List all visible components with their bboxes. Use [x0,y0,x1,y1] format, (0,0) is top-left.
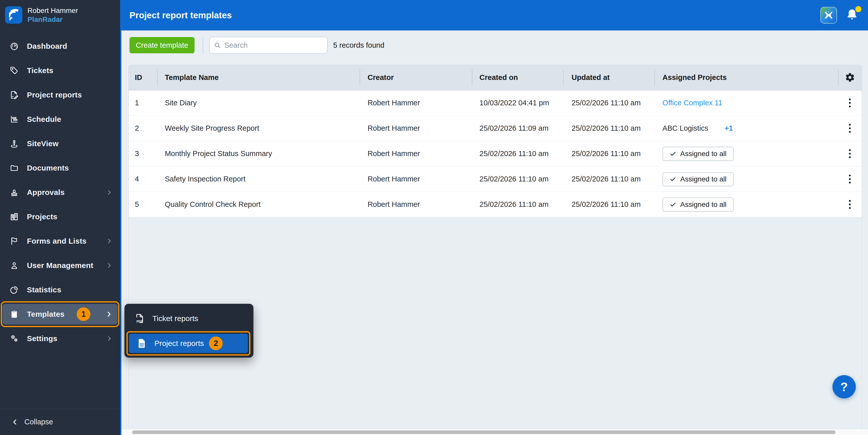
horizontal-scrollbar [121,429,868,435]
assigned-project-link[interactable]: Office Complex 11 [662,99,722,107]
sidebar-item-label: User Management [27,261,93,270]
ai-assistant-button[interactable] [820,7,837,24]
sidebar-item-user-management[interactable]: User Management [3,253,118,278]
sidebar-item-project-reports[interactable]: Project reports [3,83,118,107]
sidebar-item-schedule[interactable]: Schedule [3,107,118,131]
search-input[interactable] [224,41,323,49]
sidebar-item-label: Documents [27,164,69,172]
row-menu-kebab-icon[interactable] [844,120,855,136]
row-menu-kebab-icon[interactable] [844,146,855,162]
sidebar-item-documents[interactable]: Documents [3,156,118,180]
planradar-logo [5,6,22,24]
table-row[interactable]: 4 Safety Inspection Report Robert Hammer… [129,166,862,192]
sidebar-item-label: Settings [27,334,57,343]
sidebar-item-label: Tickets [27,66,53,75]
step-badge-2: 2 [209,337,223,350]
toolbar-divider [203,37,203,53]
table-header-row: ID Template Name Creator Created on Upda… [129,65,862,90]
column-header-creator[interactable]: Creator [360,65,472,90]
cell-assigned-projects: Assigned to all [654,172,838,186]
sidebar-item-siteview[interactable]: SiteView [3,131,118,156]
annotation-ring-step2: Project reports 2 [126,331,250,356]
table-settings-gear-icon[interactable] [842,70,858,85]
templates-table: ID Template Name Creator Created on Upda… [128,65,862,429]
assigned-projects-more-link[interactable]: +1 [724,124,733,132]
cell-created-on: 25/02/2026 11:10 am [472,149,563,158]
cell-template-name: Site Diary [157,99,360,107]
row-menu-kebab-icon[interactable] [844,196,855,212]
settings-icon [9,333,20,344]
pdf-file-icon: PDF [133,313,145,324]
row-menu-kebab-icon[interactable] [844,95,855,111]
flyout-item-ticket-reports[interactable]: PDF Ticket reports [133,309,247,328]
cell-id: 1 [129,99,157,107]
column-divider [563,70,564,85]
sidebar: Robert Hammer PlanRadar Dashboard Ticket… [0,0,120,435]
sidebar-item-label: Project reports [27,91,82,99]
sidebar-item-dashboard[interactable]: Dashboard [3,34,118,58]
svg-text:PDF: PDF [136,320,143,323]
flyout-item-project-reports[interactable]: Project reports 2 [129,334,248,353]
table-row[interactable]: 2 Weekly Site Progress Report Robert Ham… [129,116,862,141]
collapse-label: Collapse [24,418,53,426]
chevron-right-icon [105,311,113,318]
assigned-to-all-button[interactable]: Assigned to all [662,197,734,212]
horizontal-scrollbar-thumb[interactable] [132,430,836,434]
assigned-to-all-button[interactable]: Assigned to all [662,172,734,186]
cell-actions [838,146,862,162]
search-box[interactable] [209,37,328,54]
templates-flyout-menu: PDF Ticket reports Project reports 2 [124,304,253,358]
column-divider [838,70,839,85]
assigned-to-all-button[interactable]: Assigned to all [662,147,734,161]
table-row[interactable]: 5 Quality Control Check Report Robert Ha… [129,192,862,217]
cell-template-name: Safety Inspection Report [157,175,360,183]
sidebar-item-statistics[interactable]: Statistics [3,278,118,302]
sidebar-item-settings[interactable]: Settings [3,326,118,351]
cell-template-name: Monthly Project Status Summary [157,149,360,158]
cell-created-on: 10/03/2022 04:41 pm [472,99,563,107]
column-divider [157,70,158,85]
cell-assigned-projects: Assigned to all [654,147,838,161]
column-header-id[interactable]: ID [129,65,157,90]
chevron-right-icon [106,238,113,244]
check-icon [670,150,676,157]
sidebar-item-projects[interactable]: Projects [3,205,118,229]
column-divider [360,70,360,85]
cell-assigned-projects: ABC Logistics +1 [654,124,838,132]
question-mark-icon: ? [840,380,848,394]
tickets-icon [9,65,20,76]
check-icon [670,176,676,182]
sidebar-item-templates[interactable]: Templates 1 [3,304,118,325]
cell-actions [838,196,862,212]
sidebar-item-label: Statistics [27,286,61,294]
sidebar-item-tickets[interactable]: Tickets [3,58,118,83]
user-block[interactable]: Robert Hammer PlanRadar [0,0,120,29]
help-button[interactable]: ? [832,375,856,398]
table-row[interactable]: 1 Site Diary Robert Hammer 10/03/2022 04… [129,90,862,116]
cell-created-on: 25/02/2026 11:10 am [472,200,563,209]
records-found-label: 5 records found [333,30,384,60]
sidebar-item-approvals[interactable]: Approvals [3,180,118,205]
sidebar-item-label: Approvals [27,188,65,197]
toolbar: Create template 5 records found [121,30,868,65]
cell-template-name: Weekly Site Progress Report [157,124,360,132]
cell-updated-at: 25/02/2026 11:10 am [563,200,654,209]
cell-updated-at: 25/02/2026 11:10 am [563,175,654,183]
sidebar-item-forms-and-lists[interactable]: Forms and Lists [3,229,118,253]
column-header-assigned-projects[interactable]: Assigned Projects [654,65,838,90]
flyout-item-label: Project reports [154,339,204,348]
notifications-button[interactable] [845,8,861,24]
column-header-updated-at[interactable]: Updated at [563,65,654,90]
sidebar-collapse-button[interactable]: Collapse [0,409,120,435]
chevron-right-icon [106,262,113,269]
create-template-button[interactable]: Create template [129,37,194,53]
cell-template-name: Quality Control Check Report [157,200,360,209]
column-header-template-name[interactable]: Template Name [157,65,360,90]
sidebar-content-divider [120,0,121,435]
row-menu-kebab-icon[interactable] [844,171,855,187]
table-row[interactable]: 3 Monthly Project Status Summary Robert … [129,141,862,166]
cell-updated-at: 25/02/2026 11:10 am [563,124,654,132]
cell-actions [838,120,862,136]
column-header-created-on[interactable]: Created on [472,65,563,90]
sidebar-item-label: Templates [27,310,64,319]
